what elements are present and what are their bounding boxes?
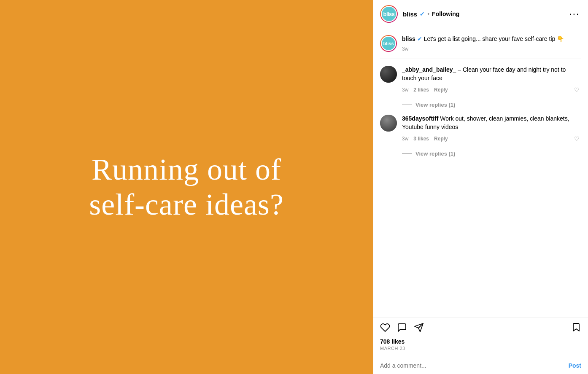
verified-icon: ✔ [420,11,425,17]
dot-separator: • [427,11,429,17]
comment-1-like-icon[interactable]: ♡ [572,85,581,95]
comment-1-meta: 3w 2 likes Reply ♡ [402,85,581,95]
post-comment-button[interactable]: Post [569,362,581,369]
action-icons [380,322,581,335]
view-replies-line-2 [402,153,412,154]
comment-2-avatar[interactable] [380,115,397,132]
post-image-text: Running out ofself-care ideas? [89,152,284,222]
view-replies-text-1: View replies (1) [415,102,455,108]
comment-1-text: _abby_and_bailey_ – Clean your face day … [402,66,581,82]
comment-2-like-icon[interactable]: ♡ [572,134,581,144]
post-date: MARCH 23 [380,346,581,351]
bliss-avatar-ring[interactable]: bliss [380,35,397,52]
comments-area: bliss bliss ✔ Let's get a list going... … [373,28,588,317]
original-verified-icon: ✔ [417,35,422,42]
header-avatar: bliss [381,6,397,22]
comment-2-reply-button[interactable]: Reply [434,136,448,142]
comment-2-meta: 3w 3 likes Reply ♡ [402,134,581,144]
following-label[interactable]: Following [432,11,459,17]
like-icon[interactable] [380,323,390,334]
post-header: bliss bliss ✔ • Following ··· [373,0,588,28]
comment-2-body: 365daysoftiff Work out, shower, clean ja… [402,115,581,144]
comment-1-time: 3w [402,87,408,93]
comment-row-1: _abby_and_bailey_ – Clean your face day … [380,66,581,95]
bookmark-icon[interactable] [571,322,581,335]
original-post-timestamp: 3w [402,46,581,52]
likes-count: 708 likes [380,338,581,345]
original-post-text: bliss ✔ Let's get a list going... share … [402,35,581,43]
view-replies-text-2: View replies (1) [415,151,455,157]
header-avatar-ring[interactable]: bliss [380,5,398,23]
view-replies-line-1 [402,105,412,105]
share-icon[interactable] [414,323,424,334]
original-post-username[interactable]: bliss [402,35,415,42]
post-image-panel: Running out ofself-care ideas? [0,0,373,374]
comment-1-likes: 2 likes [413,87,429,93]
bliss-avatar: bliss [381,36,396,51]
comment-row-2: 365daysoftiff Work out, shower, clean ja… [380,115,581,144]
comment-1-view-replies[interactable]: View replies (1) [402,102,581,108]
add-comment-bar: Post [373,357,588,374]
comment-2-time: 3w [402,136,408,142]
comment-2-view-replies[interactable]: View replies (1) [402,151,581,157]
original-post-comment: bliss bliss ✔ Let's get a list going... … [380,35,581,59]
right-panel: bliss bliss ✔ • Following ··· bliss blis… [373,0,588,374]
header-info: bliss ✔ • Following [403,11,568,18]
header-username[interactable]: bliss [403,11,417,18]
comment-1-reply-button[interactable]: Reply [434,87,448,93]
original-post-content: Let's get a list going... share your fav… [424,35,564,42]
comment-1-username[interactable]: _abby_and_bailey_ [402,66,456,73]
comment-1-body: _abby_and_bailey_ – Clean your face day … [402,66,581,95]
comment-2-likes: 3 likes [413,136,429,142]
comment-1-avatar[interactable] [380,66,397,83]
comment-2-text: 365daysoftiff Work out, shower, clean ja… [402,115,581,131]
comment-2-username[interactable]: 365daysoftiff [402,115,438,122]
comment-icon[interactable] [397,323,407,334]
more-options-button[interactable]: ··· [568,8,581,19]
actions-bar: 708 likes MARCH 23 [373,317,588,357]
comment-1-avatar-img [380,66,397,83]
add-comment-input[interactable] [380,362,569,369]
comment-2-avatar-img [380,115,397,132]
original-post-body: bliss ✔ Let's get a list going... share … [402,35,581,52]
